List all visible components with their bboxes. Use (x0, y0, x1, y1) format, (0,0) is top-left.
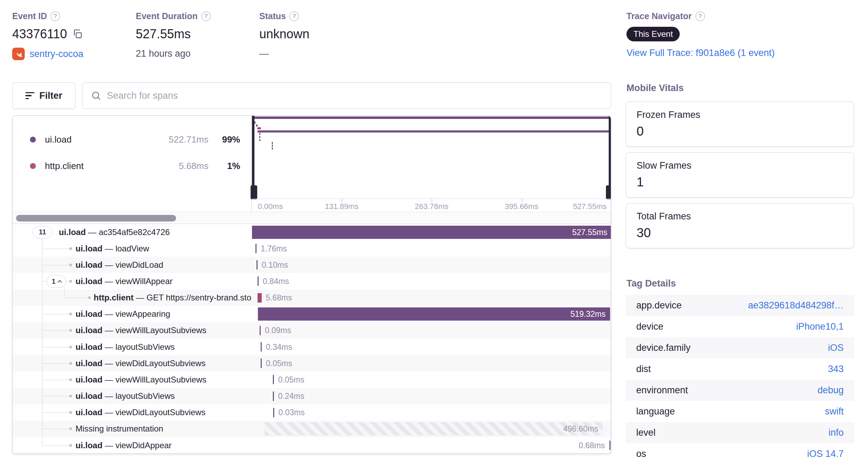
span-bar-cell[interactable]: 0.34ms (252, 339, 611, 355)
span-row[interactable]: ui.load — viewWillLayoutSubviews 0.09ms (13, 322, 611, 339)
tree-connector-dot (69, 395, 72, 397)
span-bar-cell[interactable]: 0.09ms (252, 322, 611, 339)
span-duration-bar[interactable] (273, 408, 275, 417)
tree-rail (64, 287, 65, 298)
tag-details-title: Tag Details (626, 278, 676, 289)
span-bar-cell[interactable]: 0.10ms (252, 257, 611, 273)
span-bar-cell[interactable]: 1.76ms (252, 240, 611, 257)
span-duration-bar[interactable] (273, 392, 274, 401)
span-duration-bar[interactable] (255, 244, 257, 253)
span-label: ui.load — layoutSubViews (76, 342, 175, 352)
span-duration-bar[interactable] (258, 307, 610, 321)
span-tree-cell: 11ui.load — ac354af5e82c4726 (13, 224, 251, 240)
span-row[interactable]: ui.load — viewAppearing 519.32ms (13, 306, 611, 322)
axis-tickmark (522, 199, 522, 202)
vital-value: 1 (637, 175, 644, 190)
tree-connector-dot (69, 247, 72, 250)
span-duration-label: 519.32ms (570, 309, 606, 319)
minimap-right-handle[interactable] (606, 185, 611, 199)
search-input[interactable] (107, 90, 602, 101)
tag-row: environment debug (626, 380, 854, 401)
help-icon[interactable]: ? (289, 11, 299, 21)
span-row[interactable]: ui.load — viewWillLayoutSubviews 0.05ms (13, 371, 611, 388)
span-search[interactable] (82, 82, 611, 109)
tree-connector (42, 347, 69, 347)
trace-navigator-block: Trace Navigator ? This Event View Full T… (626, 11, 775, 58)
span-bar-cell[interactable]: 0.68ms (252, 437, 611, 453)
span-tree-cell: ui.load — layoutSubViews (13, 388, 251, 404)
span-row[interactable]: 11ui.load — ac354af5e82c4726 527.55ms (13, 224, 611, 240)
tree-connector-dot (69, 362, 72, 365)
span-bar-cell[interactable]: 0.24ms (252, 388, 611, 404)
span-bar-cell[interactable]: 0.03ms (252, 404, 611, 421)
tree-rail (42, 238, 42, 445)
span-duration-label: 0.68ms (579, 441, 605, 450)
span-row[interactable]: Missing instrumentation 496.60ms (13, 421, 611, 437)
tree-connector (42, 445, 69, 446)
span-duration-label: 5.68ms (266, 293, 292, 303)
tag-value-link[interactable]: swift (825, 406, 844, 417)
tag-value-link[interactable]: iOS (828, 343, 844, 353)
span-row[interactable]: ui.load — viewDidLoad 0.10ms (13, 257, 611, 273)
span-children-count-badge[interactable]: 1 (47, 275, 66, 288)
filter-button[interactable]: Filter (12, 82, 76, 109)
status-block: Status ? unknown — (259, 11, 309, 59)
project-link[interactable]: sentry-cocoa (30, 49, 84, 59)
tag-value-link[interactable]: debug (818, 385, 844, 396)
tag-value-link[interactable]: iPhone10,1 (796, 321, 844, 332)
tag-row: app.device ae3829618d484298f… (626, 295, 854, 316)
span-row[interactable]: ui.load — viewDidLayoutSubviews 0.03ms (13, 404, 611, 421)
span-row[interactable]: ui.load — viewDidAppear 0.68ms (13, 437, 611, 453)
tag-key: app.device (636, 300, 682, 311)
span-duration-bar[interactable] (258, 293, 262, 303)
copy-icon[interactable] (72, 29, 83, 40)
status-value: unknown (259, 27, 309, 41)
span-row[interactable]: http.client — GET https://sentry-brand.s… (13, 290, 611, 306)
tree-scrollbar-thumb[interactable] (16, 215, 176, 222)
tag-value-link[interactable]: info (828, 427, 844, 438)
span-bar-cell[interactable]: 5.68ms (252, 290, 611, 306)
tag-row: dist 343 (626, 359, 854, 380)
tree-connector (65, 298, 88, 298)
span-duration-bar[interactable] (261, 342, 262, 352)
minimap-left-handle[interactable] (251, 185, 257, 199)
span-duration-bar[interactable] (265, 422, 603, 435)
span-duration-label: 0.09ms (265, 326, 291, 335)
span-row[interactable]: ui.load — viewDidLayoutSubviews 0.05ms (13, 355, 611, 371)
span-duration-bar[interactable] (258, 276, 259, 286)
span-bar-cell[interactable]: 527.55ms (252, 224, 611, 240)
span-duration-label: 0.34ms (266, 342, 292, 352)
tag-value-link[interactable]: ae3829618d484298f… (748, 300, 844, 311)
span-duration-bar[interactable] (609, 441, 611, 450)
span-row[interactable]: 1ui.load — viewWillAppear 0.84ms (13, 273, 611, 289)
axis-tickmark (342, 199, 342, 202)
span-duration-bar[interactable] (257, 260, 258, 269)
span-bar-cell[interactable]: 0.05ms (252, 355, 611, 371)
span-duration-bar[interactable] (260, 326, 261, 335)
span-duration-bar[interactable] (261, 359, 262, 368)
span-bar-cell[interactable]: 0.05ms (252, 371, 611, 388)
minimap-left-edge (252, 116, 254, 187)
axis-tick-label: 0.00ms (258, 202, 283, 211)
span-duration-bar[interactable] (252, 226, 611, 239)
help-icon[interactable]: ? (695, 11, 705, 21)
span-children-count-badge[interactable]: 11 (33, 226, 52, 239)
axis-tick-label: 263.78ms (415, 202, 449, 211)
span-row[interactable]: ui.load — layoutSubViews 0.34ms (13, 339, 611, 355)
view-full-trace-link[interactable]: View Full Trace: f901a8e6 (1 event) (626, 48, 775, 58)
span-row[interactable]: ui.load — layoutSubViews 0.24ms (13, 388, 611, 404)
legend-row: ui.load 522.71ms 99% (13, 130, 251, 149)
span-bar-cell[interactable]: 0.84ms (252, 273, 611, 289)
span-bar-cell[interactable]: 519.32ms (252, 306, 611, 322)
help-icon[interactable]: ? (201, 11, 211, 21)
span-duration-bar[interactable] (273, 375, 274, 384)
tag-value-link[interactable]: iOS 14.7 (807, 449, 844, 459)
tree-connector (42, 380, 69, 380)
span-bar-cell[interactable]: 496.60ms (252, 421, 611, 437)
trace-minimap[interactable] (252, 116, 611, 199)
span-label: ui.load — ac354af5e82c4726 (59, 227, 170, 237)
span-label: ui.load — viewDidLayoutSubviews (76, 359, 205, 368)
span-row[interactable]: ui.load — loadView 1.76ms (13, 240, 611, 257)
help-icon[interactable]: ? (50, 11, 60, 21)
tag-value-link[interactable]: 343 (828, 364, 844, 375)
